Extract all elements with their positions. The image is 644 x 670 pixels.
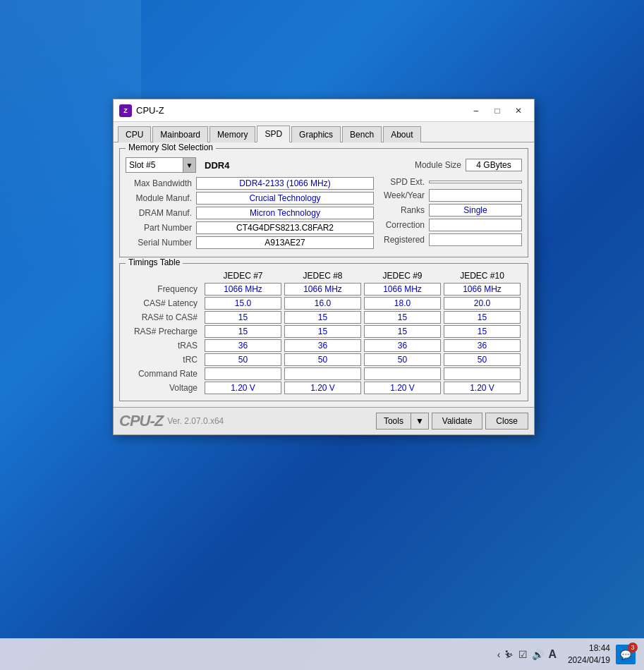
week-year-label: Week/Year	[379, 190, 429, 200]
tab-bench[interactable]: Bench	[342, 126, 382, 142]
timing-cell-6-3	[442, 367, 522, 381]
module-manuf-label: Module Manuf.	[126, 193, 196, 203]
spd-content: Memory Slot Selection Slot #5 ▼ DDR4 Mod…	[114, 142, 534, 407]
tab-about[interactable]: About	[383, 126, 420, 142]
close-button-bottom[interactable]: Close	[485, 413, 528, 430]
timing-cell-6-1	[283, 367, 363, 381]
module-manuf-value: Crucial Technology	[196, 192, 374, 205]
timing-cell-3-3: 15	[442, 324, 522, 339]
timing-cell-3-0: 15	[203, 324, 283, 339]
version-text: Ver. 2.07.0.x64	[167, 416, 224, 426]
registered-value	[429, 233, 522, 246]
part-number-row: Part Number CT4G4DFS8213.C8FAR2	[126, 221, 374, 234]
timing-cell-7-2: 1.20 V	[363, 381, 442, 395]
tray-display-icon[interactable]: ☑	[518, 649, 528, 660]
timings-group-title: Timings Table	[126, 257, 183, 267]
timing-row-label-6: Command Rate	[126, 367, 203, 381]
tools-button-group: Tools ▼	[376, 413, 429, 430]
tray-font-icon[interactable]: A	[548, 648, 557, 661]
max-bandwidth-value: DDR4-2133 (1066 MHz)	[196, 177, 374, 190]
timing-cell-2-0: 15	[203, 310, 283, 324]
timing-cell-1-0: 15.0	[203, 296, 283, 310]
timing-cell-5-3: 50	[442, 353, 522, 367]
slot-dropdown[interactable]: Slot #5 ▼	[126, 157, 196, 173]
registered-label: Registered	[379, 235, 429, 245]
timing-cell-1-2: 18.0	[363, 296, 442, 310]
timings-group: Timings Table JEDEC #7 JEDEC #8 JEDEC #9…	[119, 263, 528, 401]
dram-manuf-label: DRAM Manuf.	[126, 208, 196, 218]
validate-button[interactable]: Validate	[432, 413, 482, 430]
spd-ext-value	[429, 181, 522, 183]
correction-row: Correction	[379, 219, 522, 231]
timing-row-label-5: tRC	[126, 353, 203, 367]
serial-number-label: Serial Number	[126, 238, 196, 248]
timing-cell-6-2	[363, 367, 442, 381]
timings-table: JEDEC #7 JEDEC #8 JEDEC #9 JEDEC #10 Fre…	[126, 269, 522, 395]
timing-cell-7-3: 1.20 V	[442, 381, 522, 395]
timing-cell-0-0: 1066 MHz	[203, 282, 283, 296]
tab-graphics[interactable]: Graphics	[291, 126, 341, 142]
timing-cell-0-2: 1066 MHz	[363, 282, 442, 296]
slot-value: Slot #5	[126, 160, 183, 170]
tools-dropdown-arrow[interactable]: ▼	[411, 413, 429, 430]
close-button[interactable]: ✕	[509, 102, 528, 119]
timing-cell-7-0: 1.20 V	[203, 381, 283, 395]
cpuz-app-icon: Z	[119, 104, 132, 117]
timing-cell-3-1: 15	[283, 324, 363, 339]
tab-mainboard[interactable]: Mainboard	[152, 126, 208, 142]
tray-chevron-icon[interactable]: ‹	[497, 649, 501, 660]
timing-cell-2-3: 15	[442, 310, 522, 324]
max-bandwidth-label: Max Bandwidth	[126, 178, 196, 188]
timing-cell-5-1: 50	[283, 353, 363, 367]
timing-cell-2-2: 15	[363, 310, 442, 324]
week-year-value	[429, 189, 522, 202]
minimize-button[interactable]: ‒	[466, 102, 486, 119]
jedec10-header: JEDEC #10	[442, 269, 522, 282]
tools-button[interactable]: Tools	[376, 413, 411, 430]
taskbar-clock: 18:44 2024/04/19	[568, 642, 610, 666]
timing-row-label-4: tRAS	[126, 339, 203, 353]
tray-badge-icon[interactable]: ⛷	[504, 649, 514, 660]
timing-cell-4-1: 36	[283, 339, 363, 353]
spd-ext-label: SPD Ext.	[379, 177, 429, 187]
serial-number-value: A913AE27	[196, 236, 374, 249]
jedec9-header: JEDEC #9	[363, 269, 442, 282]
tab-cpu[interactable]: CPU	[118, 126, 151, 142]
correction-value	[429, 219, 522, 231]
part-number-value: CT4G4DFS8213.C8FAR2	[196, 221, 374, 234]
ddr-type: DDR4	[202, 160, 232, 171]
timing-cell-0-3: 1066 MHz	[442, 282, 522, 296]
ranks-row: Ranks Single	[379, 204, 522, 217]
registered-row: Registered	[379, 233, 522, 246]
window-title: CPU-Z	[136, 105, 466, 116]
module-size-value: 4 GBytes	[466, 159, 522, 171]
spd-ext-row: SPD Ext.	[379, 177, 522, 187]
slot-dropdown-arrow[interactable]: ▼	[183, 158, 195, 172]
timing-row-label-7: Voltage	[126, 381, 203, 395]
timing-row-label-3: RAS# Precharge	[126, 324, 203, 339]
timing-cell-5-2: 50	[363, 353, 442, 367]
timing-row-label-1: CAS# Latency	[126, 296, 203, 310]
module-manuf-row: Module Manuf. Crucial Technology	[126, 192, 374, 205]
timing-cell-1-1: 16.0	[283, 296, 363, 310]
tab-spd[interactable]: SPD	[257, 126, 290, 142]
cpuz-window: Z CPU-Z ‒ □ ✕ CPU Mainboard Memory SPD G…	[113, 99, 535, 435]
clock-time: 18:44	[568, 642, 610, 654]
tab-memory[interactable]: Memory	[209, 126, 255, 142]
notification-button[interactable]: 💬 3	[616, 645, 636, 664]
taskbar: ‹ ⛷ ☑ 🔊 A 18:44 2024/04/19 💬 3	[0, 638, 644, 670]
ranks-label: Ranks	[379, 205, 429, 215]
cpuz-logo: CPU-Z	[119, 412, 163, 430]
clock-date: 2024/04/19	[568, 654, 610, 666]
timing-cell-4-3: 36	[442, 339, 522, 353]
timing-cell-7-1: 1.20 V	[283, 381, 363, 395]
system-tray: ‹ ⛷ ☑ 🔊 A	[497, 648, 557, 661]
tray-volume-icon[interactable]: 🔊	[532, 649, 544, 660]
maximize-button[interactable]: □	[487, 102, 507, 119]
week-year-row: Week/Year	[379, 189, 522, 202]
part-number-label: Part Number	[126, 223, 196, 233]
memory-slot-group-title: Memory Slot Selection	[126, 142, 216, 152]
timing-row-label-0: Frequency	[126, 282, 203, 296]
taskbar-right: ‹ ⛷ ☑ 🔊 A 18:44 2024/04/19 💬 3	[497, 642, 636, 666]
max-bandwidth-row: Max Bandwidth DDR4-2133 (1066 MHz)	[126, 177, 374, 190]
